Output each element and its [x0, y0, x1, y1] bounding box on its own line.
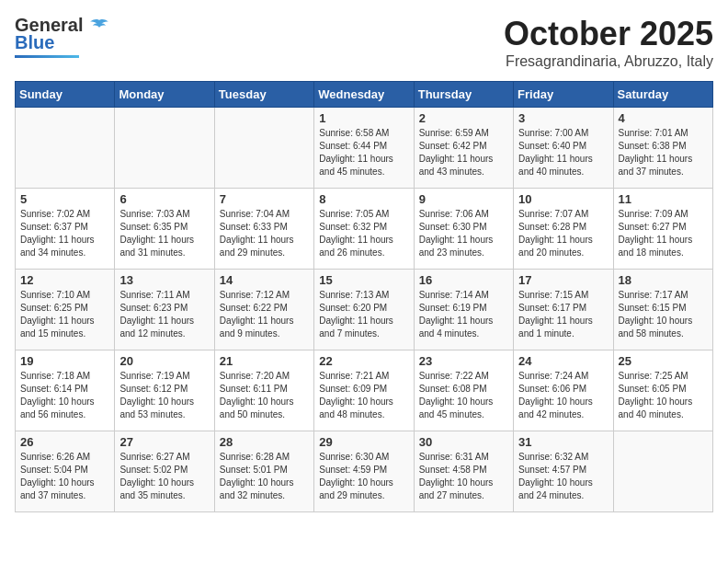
day-info: Sunrise: 7:09 AM Sunset: 6:27 PM Dayligh…	[619, 208, 708, 259]
day-info: Sunrise: 7:20 AM Sunset: 6:11 PM Dayligh…	[220, 370, 309, 421]
day-number: 28	[220, 435, 309, 449]
logo: General Blue	[15, 15, 108, 58]
table-row	[16, 108, 115, 189]
day-info: Sunrise: 6:32 AM Sunset: 4:57 PM Dayligh…	[518, 451, 608, 502]
day-number: 16	[419, 273, 508, 287]
day-info: Sunrise: 7:24 AM Sunset: 6:06 PM Dayligh…	[518, 370, 608, 421]
day-info: Sunrise: 7:14 AM Sunset: 6:19 PM Dayligh…	[419, 289, 508, 340]
day-number: 21	[220, 354, 309, 368]
day-number: 29	[319, 435, 408, 449]
day-number: 13	[119, 273, 209, 287]
day-number: 24	[518, 354, 608, 368]
day-info: Sunrise: 7:05 AM Sunset: 6:32 PM Dayligh…	[319, 208, 408, 259]
day-info: Sunrise: 7:18 AM Sunset: 6:14 PM Dayligh…	[20, 370, 109, 421]
calendar-week-row: 26Sunrise: 6:26 AM Sunset: 5:04 PM Dayli…	[16, 431, 713, 512]
table-row: 29Sunrise: 6:30 AM Sunset: 4:59 PM Dayli…	[314, 431, 414, 512]
table-row: 23Sunrise: 7:22 AM Sunset: 6:08 PM Dayli…	[414, 350, 513, 431]
table-row	[115, 108, 214, 189]
day-number: 18	[619, 273, 708, 287]
day-info: Sunrise: 7:13 AM Sunset: 6:20 PM Dayligh…	[319, 289, 408, 340]
day-info: Sunrise: 6:59 AM Sunset: 6:42 PM Dayligh…	[419, 127, 508, 178]
day-number: 8	[319, 192, 408, 206]
day-number: 22	[319, 354, 408, 368]
header-tuesday: Tuesday	[214, 82, 313, 108]
day-number: 23	[419, 354, 508, 368]
day-info: Sunrise: 7:03 AM Sunset: 6:35 PM Dayligh…	[119, 208, 209, 259]
day-number: 19	[20, 354, 109, 368]
day-number: 2	[419, 111, 508, 125]
table-row: 15Sunrise: 7:13 AM Sunset: 6:20 PM Dayli…	[314, 270, 414, 350]
day-number: 1	[319, 111, 408, 125]
day-info: Sunrise: 7:02 AM Sunset: 6:37 PM Dayligh…	[20, 208, 109, 259]
day-info: Sunrise: 7:11 AM Sunset: 6:23 PM Dayligh…	[119, 289, 209, 340]
header-friday: Friday	[514, 82, 613, 108]
table-row: 27Sunrise: 6:27 AM Sunset: 5:02 PM Dayli…	[115, 431, 214, 512]
day-info: Sunrise: 7:07 AM Sunset: 6:28 PM Dayligh…	[518, 208, 608, 259]
day-info: Sunrise: 6:30 AM Sunset: 4:59 PM Dayligh…	[319, 451, 408, 502]
day-number: 3	[518, 111, 608, 125]
table-row: 30Sunrise: 6:31 AM Sunset: 4:58 PM Dayli…	[414, 431, 513, 512]
day-info: Sunrise: 7:15 AM Sunset: 6:17 PM Dayligh…	[518, 289, 608, 340]
table-row: 9Sunrise: 7:06 AM Sunset: 6:30 PM Daylig…	[414, 189, 513, 270]
day-info: Sunrise: 7:04 AM Sunset: 6:33 PM Dayligh…	[220, 208, 309, 259]
table-row: 28Sunrise: 6:28 AM Sunset: 5:01 PM Dayli…	[214, 431, 313, 512]
logo-bird-icon	[90, 18, 108, 35]
calendar-table: Sunday Monday Tuesday Wednesday Thursday…	[15, 81, 713, 512]
day-number: 4	[619, 111, 708, 125]
day-info: Sunrise: 6:26 AM Sunset: 5:04 PM Dayligh…	[20, 451, 109, 502]
day-number: 5	[20, 192, 109, 206]
table-row: 2Sunrise: 6:59 AM Sunset: 6:42 PM Daylig…	[414, 108, 513, 189]
table-row: 26Sunrise: 6:26 AM Sunset: 5:04 PM Dayli…	[16, 431, 115, 512]
header-monday: Monday	[115, 82, 214, 108]
day-number: 27	[119, 435, 209, 449]
location: Fresagrandinaria, Abruzzo, Italy	[504, 53, 713, 70]
calendar-header-row: Sunday Monday Tuesday Wednesday Thursday…	[16, 82, 713, 108]
table-row: 10Sunrise: 7:07 AM Sunset: 6:28 PM Dayli…	[514, 189, 613, 270]
day-info: Sunrise: 7:21 AM Sunset: 6:09 PM Dayligh…	[319, 370, 408, 421]
table-row: 17Sunrise: 7:15 AM Sunset: 6:17 PM Dayli…	[514, 270, 613, 350]
header-sunday: Sunday	[16, 82, 115, 108]
table-row: 20Sunrise: 7:19 AM Sunset: 6:12 PM Dayli…	[115, 350, 214, 431]
day-number: 15	[319, 273, 408, 287]
table-row: 7Sunrise: 7:04 AM Sunset: 6:33 PM Daylig…	[214, 189, 313, 270]
table-row	[613, 431, 712, 512]
day-number: 12	[20, 273, 109, 287]
table-row: 8Sunrise: 7:05 AM Sunset: 6:32 PM Daylig…	[314, 189, 414, 270]
day-number: 6	[119, 192, 209, 206]
table-row: 25Sunrise: 7:25 AM Sunset: 6:05 PM Dayli…	[613, 350, 712, 431]
day-info: Sunrise: 7:06 AM Sunset: 6:30 PM Dayligh…	[419, 208, 508, 259]
page-header: General Blue October 2025 Fresagrandinar…	[15, 15, 713, 70]
day-info: Sunrise: 7:10 AM Sunset: 6:25 PM Dayligh…	[20, 289, 109, 340]
table-row: 22Sunrise: 7:21 AM Sunset: 6:09 PM Dayli…	[314, 350, 414, 431]
table-row: 21Sunrise: 7:20 AM Sunset: 6:11 PM Dayli…	[214, 350, 313, 431]
table-row: 6Sunrise: 7:03 AM Sunset: 6:35 PM Daylig…	[115, 189, 214, 270]
day-number: 7	[220, 192, 309, 206]
day-info: Sunrise: 7:22 AM Sunset: 6:08 PM Dayligh…	[419, 370, 508, 421]
table-row: 12Sunrise: 7:10 AM Sunset: 6:25 PM Dayli…	[16, 270, 115, 350]
month-title: October 2025	[504, 15, 713, 53]
header-wednesday: Wednesday	[314, 82, 414, 108]
table-row: 19Sunrise: 7:18 AM Sunset: 6:14 PM Dayli…	[16, 350, 115, 431]
day-info: Sunrise: 7:00 AM Sunset: 6:40 PM Dayligh…	[518, 127, 608, 178]
day-info: Sunrise: 6:27 AM Sunset: 5:02 PM Dayligh…	[119, 451, 209, 502]
day-number: 31	[518, 435, 608, 449]
day-number: 14	[220, 273, 309, 287]
day-number: 17	[518, 273, 608, 287]
day-info: Sunrise: 6:31 AM Sunset: 4:58 PM Dayligh…	[419, 451, 508, 502]
day-number: 10	[518, 192, 608, 206]
table-row: 16Sunrise: 7:14 AM Sunset: 6:19 PM Dayli…	[414, 270, 513, 350]
logo-underline	[15, 55, 79, 58]
day-number: 11	[619, 192, 708, 206]
day-info: Sunrise: 7:01 AM Sunset: 6:38 PM Dayligh…	[619, 127, 708, 178]
calendar-week-row: 19Sunrise: 7:18 AM Sunset: 6:14 PM Dayli…	[16, 350, 713, 431]
day-info: Sunrise: 6:58 AM Sunset: 6:44 PM Dayligh…	[319, 127, 408, 178]
table-row: 13Sunrise: 7:11 AM Sunset: 6:23 PM Dayli…	[115, 270, 214, 350]
table-row: 3Sunrise: 7:00 AM Sunset: 6:40 PM Daylig…	[514, 108, 613, 189]
table-row: 18Sunrise: 7:17 AM Sunset: 6:15 PM Dayli…	[613, 270, 712, 350]
logo-blue-text: Blue	[15, 32, 54, 53]
table-row: 14Sunrise: 7:12 AM Sunset: 6:22 PM Dayli…	[214, 270, 313, 350]
calendar-week-row: 5Sunrise: 7:02 AM Sunset: 6:37 PM Daylig…	[16, 189, 713, 270]
header-thursday: Thursday	[414, 82, 513, 108]
header-saturday: Saturday	[613, 82, 712, 108]
day-number: 9	[419, 192, 508, 206]
